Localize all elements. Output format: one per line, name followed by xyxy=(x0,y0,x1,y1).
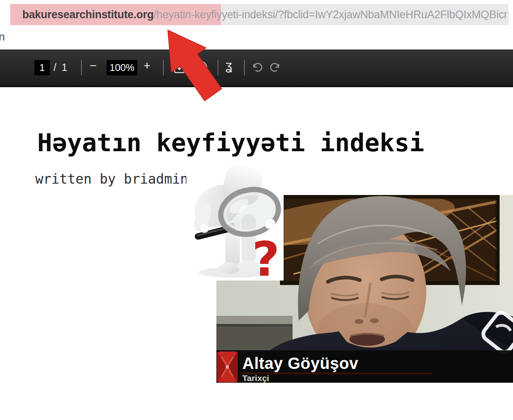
figure-hand xyxy=(265,219,275,229)
toolbar-separator xyxy=(163,60,164,75)
page-total: 1 xyxy=(62,62,67,73)
url-text: bakuresearchinstitute.org/heyatin-keyfiy… xyxy=(22,4,507,25)
channel-logo xyxy=(217,351,238,382)
toolbar-separator xyxy=(244,60,245,75)
print-icon[interactable] xyxy=(200,59,210,75)
address-bar[interactable]: bakuresearchinstitute.org/heyatin-keyfiy… xyxy=(10,4,509,25)
investigator-illustration: ? xyxy=(186,164,284,281)
url-path: /heyatin-keyfiyyeti-indeksi/?fbclid=IwY2… xyxy=(154,9,507,21)
clipped-text-fragment: n xyxy=(0,31,5,43)
page-number-input[interactable]: 1 xyxy=(34,60,50,75)
pdf-toolbar: 1 / 1 − 100% + ʓ xyxy=(0,49,513,87)
save-icon[interactable] xyxy=(173,61,186,75)
page-divider: / xyxy=(53,62,56,73)
draw-ink-icon[interactable]: ʓ xyxy=(225,58,232,73)
redo-icon[interactable] xyxy=(269,62,281,74)
zoom-in-button[interactable]: + xyxy=(143,59,151,73)
zoom-out-button[interactable]: − xyxy=(90,59,97,73)
url-domain: bakuresearchinstitute.org xyxy=(22,9,154,21)
figure-hand xyxy=(199,223,209,233)
toolbar-separator xyxy=(218,60,218,75)
page-byline: written by briadmin xyxy=(35,171,188,187)
zoom-level-input[interactable]: 100% xyxy=(107,60,137,75)
screenshot-stage: n bakuresearchinstitute.org/heyatin-keyf… xyxy=(0,0,513,420)
speaker-name: Altay Göyüşov xyxy=(242,354,359,373)
page-title: Həyatın keyfiyyəti indeksi xyxy=(37,128,424,157)
speaker-role: Tarixçi xyxy=(242,373,269,383)
toolbar-separator xyxy=(81,60,82,75)
undo-icon[interactable] xyxy=(251,62,263,74)
question-mark: ? xyxy=(252,231,280,281)
